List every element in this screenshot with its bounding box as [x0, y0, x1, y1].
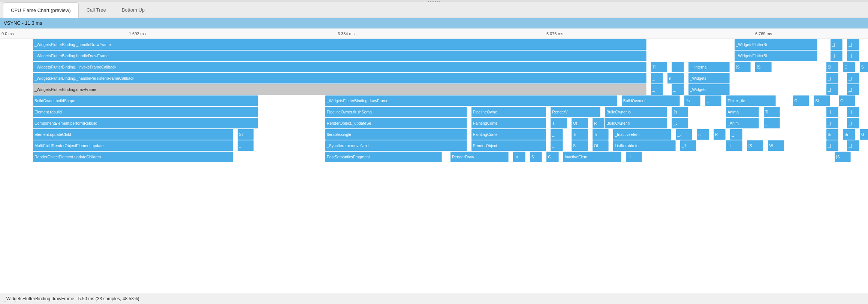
flame-cell[interactable]: n	[697, 129, 709, 140]
flame-cell[interactable]: _	[551, 140, 563, 151]
flame-cell[interactable]: _|	[826, 84, 838, 95]
flame-cell[interactable]: RenderObject.	[471, 140, 546, 151]
flame-cell[interactable]: W	[768, 140, 784, 151]
flame-cell[interactable]: RenderObject._updateSe	[325, 118, 467, 128]
flame-cell[interactable]: _SyncIterator.moveNext	[325, 140, 467, 151]
flame-cell[interactable]: MultiChildRenderObjectElement.update	[33, 140, 233, 151]
flame-cell[interactable]: G	[839, 95, 855, 106]
flame-cell[interactable]: _J	[680, 140, 697, 151]
flame-cell[interactable]: [S	[747, 140, 763, 151]
flame-cell[interactable]: Si	[826, 129, 838, 140]
flame-cell[interactable]: _|	[847, 107, 859, 117]
flame-cell[interactable]: Of	[572, 118, 588, 128]
flame-cell[interactable]: S	[860, 62, 868, 72]
flame-cell[interactable]: _WidgetsFlutterBinding.handleDrawFrame	[33, 51, 647, 61]
flame-cell[interactable]: PipelineOwner.flushSema	[325, 107, 467, 117]
flame-cell[interactable]: C	[793, 95, 809, 106]
flame-cell[interactable]: BuildOwner.buildScope	[33, 95, 258, 106]
flame-cell[interactable]: _WidgetsFlutterBinding._invokeFrameCallb…	[33, 62, 647, 72]
flame-cell[interactable]: RenderDraw	[450, 152, 509, 162]
flame-cell[interactable]: PipelineOwne	[471, 107, 546, 117]
flame-cell[interactable]: BuildOwner.fi	[605, 118, 667, 128]
flame-cell[interactable]: _|	[826, 107, 838, 117]
flame-cell[interactable]: Li	[726, 140, 742, 151]
flame-cell[interactable]: Si	[826, 62, 838, 72]
flame-cell[interactable]: BuildOwner.lo	[605, 107, 667, 117]
flame-cell[interactable]: Ti	[551, 118, 567, 128]
flame-cell[interactable]: _WidgetsFlutterBi	[735, 39, 818, 50]
flame-cell[interactable]: _WidgetsFlutterBi	[735, 51, 818, 61]
flame-cell[interactable]: ComponentElement.performRebuild	[33, 118, 258, 128]
flame-cell[interactable]: St	[238, 129, 254, 140]
flame-cell[interactable]: _|	[847, 118, 859, 128]
flame-cell[interactable]: _I	[626, 152, 642, 162]
flame-cell[interactable]: _Widgets	[688, 73, 730, 83]
flame-cell[interactable]: _	[238, 140, 254, 151]
flame-cell[interactable]: InactiveElem	[563, 152, 621, 162]
flame-cell[interactable]: S	[572, 140, 588, 151]
flame-cell[interactable]: _|	[826, 73, 838, 83]
flame-cell[interactable]: _WidgetsFlutterBinding.drawFrame	[325, 95, 617, 106]
flame-cell[interactable]: Ti	[764, 107, 780, 117]
flame-cell[interactable]: [S	[835, 152, 851, 162]
flame-cell[interactable]: __Internal	[688, 62, 730, 72]
flame-cell[interactable]: C	[843, 62, 855, 72]
flame-cell[interactable]: n	[667, 73, 684, 83]
flame-cell[interactable]: Tr	[572, 129, 588, 140]
flame-cell[interactable]: _	[551, 129, 563, 140]
flame-cell[interactable]: Element.updateChild	[33, 129, 233, 140]
flame-cell[interactable]: Js	[672, 107, 688, 117]
flame-cell[interactable]: _|	[831, 51, 843, 61]
flame-cell[interactable]: [S	[755, 62, 772, 72]
tab-call-tree[interactable]: Call Tree	[79, 2, 114, 18]
flame-cell[interactable]: _|	[847, 140, 859, 151]
flame-cell[interactable]: _|	[847, 84, 859, 95]
flame-cell[interactable]: Element.rebuild	[33, 107, 258, 117]
flame-cell[interactable]: _|	[826, 118, 838, 128]
flame-cell[interactable]: S	[530, 152, 542, 162]
flame-cell[interactable]: ListIterable.for	[613, 140, 675, 151]
flame-cell[interactable]: _J	[672, 118, 688, 128]
flame-cell[interactable]: Js	[684, 95, 701, 106]
flame-cell[interactable]: BuildOwner.fi	[622, 95, 680, 106]
flame-cell[interactable]: _	[651, 73, 663, 83]
flame-cell[interactable]: _|	[826, 140, 838, 151]
tab-cpu-flame-chart[interactable]: CPU Flame Chart (preview)	[3, 2, 79, 18]
flame-cell[interactable]: Io	[513, 152, 525, 162]
flame-cell[interactable]: Ticker._tic	[726, 95, 776, 106]
flame-cell[interactable]: Iterable.single	[325, 129, 467, 140]
flame-cell[interactable]: Tr	[593, 129, 609, 140]
flame-cell[interactable]: _Widgets	[688, 84, 730, 95]
tab-bottom-up[interactable]: Bottom Up	[114, 2, 153, 18]
flame-cell[interactable]: _|	[831, 39, 843, 50]
flame-cell[interactable]: Ti	[651, 62, 667, 72]
flame-cell[interactable]: Anima	[726, 107, 759, 117]
flame-cell[interactable]: PaintingConte	[471, 129, 546, 140]
flame-cell[interactable]: RenderVi	[551, 107, 600, 117]
flame-cell[interactable]: RenderObjectElement.updateChildren	[33, 152, 233, 162]
flame-cell[interactable]: G	[546, 152, 558, 162]
flame-cell[interactable]: Si	[814, 95, 830, 106]
flame-cell[interactable]: _WidgetsFlutterBinding.drawFrame	[33, 84, 647, 95]
flame-cell[interactable]: G	[860, 129, 868, 140]
flame-cell[interactable]: _	[672, 62, 684, 72]
flame-cell[interactable]: Si	[843, 129, 855, 140]
flame-cell[interactable]: _	[651, 84, 663, 95]
flame-cell[interactable]: _|	[847, 51, 859, 61]
flame-cell[interactable]: _|	[847, 73, 859, 83]
flame-cell[interactable]: _	[764, 118, 780, 128]
flame-cell[interactable]: Of	[593, 140, 609, 151]
flame-cell[interactable]: PostSemanticsFragment	[325, 152, 442, 162]
flame-cell[interactable]: R	[714, 129, 726, 140]
flame-cell[interactable]: _J	[676, 129, 693, 140]
flame-cell[interactable]: _|	[847, 39, 859, 50]
flame-cell[interactable]: _WidgetsFlutterBinding._handleDrawFrame	[33, 39, 647, 50]
flame-cell[interactable]: PaintingConte	[471, 118, 546, 128]
flame-cell[interactable]: _WidgetsFlutterBinding._handlePersistent…	[33, 73, 647, 83]
flame-cell[interactable]: _	[672, 84, 684, 95]
flame-cell[interactable]: _InactiveElem	[613, 129, 671, 140]
flame-cell[interactable]: [S	[735, 62, 751, 72]
flame-cell[interactable]: R	[593, 118, 605, 128]
flame-cell[interactable]: _	[705, 95, 722, 106]
flame-cell[interactable]: _Anim	[726, 118, 759, 128]
